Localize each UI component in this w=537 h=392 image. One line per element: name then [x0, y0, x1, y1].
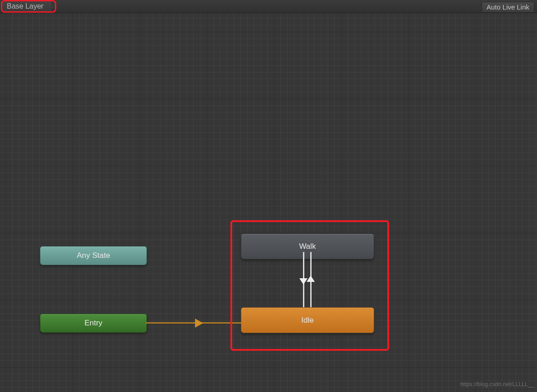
breadcrumb-base-layer[interactable]: Base Layer	[2, 0, 52, 12]
watermark-text: https://blog.csdn.net/LLLLL__	[460, 381, 534, 387]
state-idle[interactable]: Idle	[241, 307, 374, 333]
state-any-state[interactable]: Any State	[40, 246, 147, 265]
state-walk[interactable]: Walk	[241, 233, 374, 259]
animator-canvas[interactable]: Any State Entry Walk Idle https://blog.c…	[0, 13, 537, 392]
transition-entry-to-idle-arrow-icon	[195, 319, 203, 328]
transition-idle-to-walk-arrow-icon	[307, 276, 315, 282]
state-label: Idle	[301, 316, 313, 325]
state-label: Entry	[84, 319, 103, 328]
state-entry[interactable]: Entry	[40, 314, 147, 333]
transition-entry-to-idle[interactable]	[146, 322, 241, 324]
state-label: Any State	[77, 251, 110, 260]
auto-live-link-label: Auto Live Link	[487, 3, 529, 11]
breadcrumb-label: Base Layer	[7, 2, 44, 10]
topbar: Base Layer Auto Live Link	[0, 0, 537, 13]
auto-live-link-button[interactable]: Auto Live Link	[482, 2, 534, 13]
state-label: Walk	[299, 242, 316, 251]
